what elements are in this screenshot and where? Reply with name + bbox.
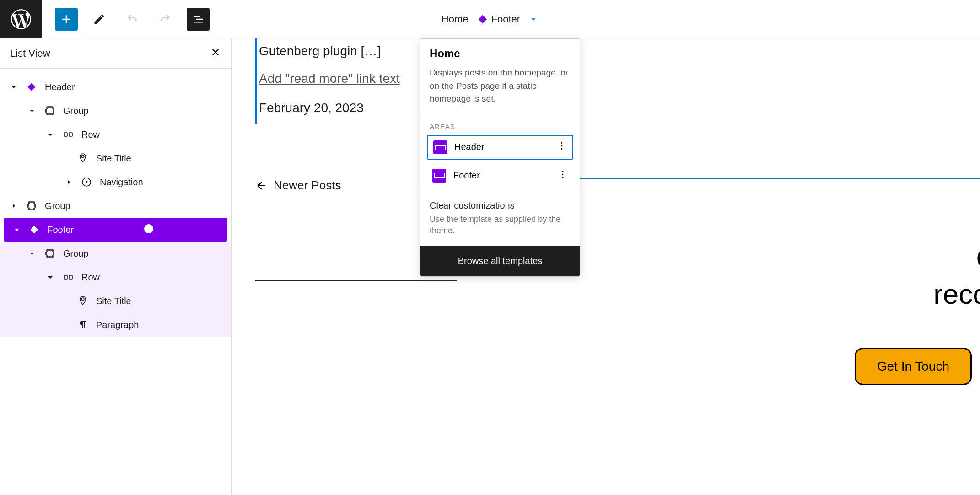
area-header[interactable]: Header <box>427 135 573 160</box>
popover-description: Displays posts on the homepage, or on th… <box>430 66 571 106</box>
group-icon <box>44 105 55 116</box>
tree-item-footer[interactable]: Footer <box>4 218 227 242</box>
newer-posts-link[interactable]: Newer Posts <box>255 178 341 193</box>
get-in-touch-button[interactable]: Get In Touch <box>855 348 972 385</box>
tree-item-paragraph[interactable]: Paragraph <box>0 313 231 337</box>
footer-selection-outline <box>579 178 980 179</box>
chevron-down-icon <box>8 81 19 92</box>
document-breadcrumb[interactable]: Home Footer <box>442 13 538 25</box>
tree-item-row[interactable]: Row <box>0 265 231 289</box>
close-sidebar-button[interactable] <box>210 47 221 60</box>
edit-tools-button[interactable] <box>88 8 111 31</box>
chevron-down-icon <box>27 248 38 259</box>
editor-canvas[interactable]: Gutenberg plugin […] Add "read more" lin… <box>232 38 980 495</box>
clear-customizations-button[interactable]: Clear customizations <box>420 192 580 214</box>
browse-all-templates-button[interactable]: Browse all templates <box>420 246 580 276</box>
site-title-icon <box>77 296 88 307</box>
arrow-left-icon <box>255 180 267 192</box>
tree-label: Group <box>63 248 89 259</box>
compass-icon <box>81 177 92 188</box>
tree-label: Navigation <box>100 177 143 188</box>
tree-label: Paragraph <box>96 320 139 330</box>
list-view-sidebar: List View Header Group Row Site Title Na… <box>0 38 232 495</box>
tree-item-header[interactable]: Header <box>0 75 231 99</box>
breadcrumb-home[interactable]: Home <box>442 13 468 25</box>
redo-button[interactable] <box>154 8 177 31</box>
tree-label: Site Title <box>96 296 131 307</box>
tree-item-group[interactable]: Group <box>0 242 231 265</box>
read-more-placeholder[interactable]: Add "read more" link text <box>259 71 400 101</box>
add-block-button[interactable] <box>55 8 78 31</box>
chevron-down-icon <box>27 105 38 116</box>
area-footer[interactable]: Footer <box>427 164 573 187</box>
area-more-button[interactable] <box>558 169 568 182</box>
sidebar-title: List View <box>10 48 50 59</box>
diamond-icon <box>29 224 40 235</box>
tree-label: Row <box>81 129 100 140</box>
cta-heading[interactable]: Got any book recommendation <box>581 241 980 312</box>
tree-label: Header <box>45 82 75 92</box>
tree-item-site-title[interactable]: Site Title <box>0 289 231 313</box>
chevron-down-icon <box>45 129 56 140</box>
wp-logo[interactable] <box>0 0 42 38</box>
template-info-popover: Home Displays posts on the homepage, or … <box>420 38 580 277</box>
area-label: Header <box>454 142 485 152</box>
footer-area-icon <box>432 169 446 183</box>
chevron-right-icon <box>8 200 19 211</box>
site-title-icon <box>77 153 88 164</box>
breadcrumb-part[interactable]: Footer <box>477 13 521 25</box>
paragraph-icon <box>77 319 88 330</box>
area-label: Footer <box>453 170 480 181</box>
undo-button[interactable] <box>121 8 144 31</box>
list-view-toggle[interactable] <box>187 8 210 31</box>
row-icon <box>63 272 74 283</box>
tree-label: Site Title <box>96 153 131 164</box>
diamond-icon <box>26 81 37 92</box>
tree-item-site-title[interactable]: Site Title <box>0 146 231 170</box>
chevron-down-icon[interactable] <box>528 14 538 24</box>
popover-title: Home <box>430 47 571 60</box>
tree-label: Footer <box>47 225 74 235</box>
tree-label: Group <box>45 201 70 211</box>
areas-label: AREAS <box>420 114 580 135</box>
area-more-button[interactable] <box>557 141 567 153</box>
tree-label: Row <box>81 272 100 283</box>
diamond-icon <box>477 13 489 25</box>
chevron-down-icon <box>11 224 22 235</box>
tree-label: Group <box>63 106 89 116</box>
tree-item-group[interactable]: Group <box>0 99 231 123</box>
top-toolbar: Home Footer <box>0 0 980 38</box>
tree-item-row[interactable]: Row <box>0 123 231 146</box>
chevron-right-icon <box>63 177 74 188</box>
separator <box>255 280 457 281</box>
header-area-icon <box>433 140 447 154</box>
chevron-down-icon <box>45 272 56 283</box>
clear-customizations-desc: Use the template as supplied by the them… <box>420 214 580 246</box>
group-icon <box>44 248 55 259</box>
group-icon <box>26 200 37 211</box>
tree-item-navigation[interactable]: Navigation <box>0 170 231 194</box>
row-icon <box>63 129 74 140</box>
